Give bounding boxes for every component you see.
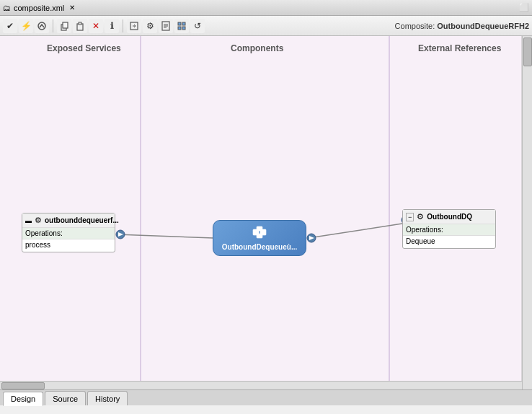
exposed-operations-label: Operations: — [22, 228, 115, 239]
external-operation-item: Dequeue — [403, 236, 495, 248]
component-node[interactable]: OutboundDequeueù... — [213, 220, 306, 256]
svg-rect-13 — [182, 27, 185, 30]
svg-rect-4 — [79, 22, 81, 25]
scroll-thumb[interactable] — [523, 38, 532, 66]
svg-rect-25 — [257, 226, 262, 231]
wsdl-button[interactable] — [159, 19, 173, 33]
tab-history[interactable]: History — [87, 391, 128, 405]
svg-point-0 — [38, 22, 45, 30]
toolbar: ✔ ⚡ ✕ ℹ ⚙ ↺ Composite: OutboundDequeueRF… — [0, 16, 532, 36]
exposed-services-node[interactable]: ▬ ⚙ outbounddequeuerf... Operations: pro… — [22, 213, 115, 252]
sep2 — [123, 19, 123, 32]
bottom-tab-bar: Design Source History — [0, 389, 532, 405]
exposed-node-header: ▬ ⚙ outbounddequeuerf... — [22, 213, 115, 228]
copy-button[interactable] — [57, 19, 71, 33]
title-bar: 🗂 composite.xml ✕ ⬜ — [0, 0, 532, 16]
exposed-node-title: outbounddequeuerf... — [45, 216, 119, 224]
file-icon: 🗂 — [3, 4, 11, 12]
horizontal-scrollbar[interactable] — [0, 381, 522, 389]
info-button[interactable]: ℹ — [105, 19, 119, 33]
external-node-title: OutboundDQ — [427, 213, 472, 221]
config-button[interactable]: ⚙ — [143, 19, 157, 33]
svg-rect-10 — [178, 22, 181, 25]
h-scroll-thumb[interactable] — [1, 382, 45, 389]
svg-rect-12 — [178, 27, 181, 30]
delete-button[interactable]: ✕ — [89, 19, 103, 33]
refresh-button[interactable]: ↺ — [190, 19, 205, 33]
exposed-gear-icon: ⚙ — [35, 216, 42, 225]
tab-source[interactable]: Source — [45, 391, 86, 405]
run-button[interactable]: ⚡ — [19, 19, 33, 33]
external-reference-node[interactable]: − ⚙ OutboundDQ Operations: Dequeue — [402, 209, 496, 249]
import-button[interactable] — [127, 19, 141, 33]
component-icon — [252, 226, 267, 240]
composite-label: Composite: OutboundDequeueRFH2 — [395, 22, 529, 30]
paste-button[interactable] — [73, 19, 87, 33]
close-tab-icon[interactable]: ✕ — [69, 4, 75, 12]
exposed-services-header: Exposed Services — [47, 43, 121, 53]
exposed-collapse-icon[interactable]: ▬ — [25, 217, 32, 224]
validate-button[interactable]: ✔ — [3, 19, 17, 33]
svg-line-17 — [117, 234, 213, 238]
component-node-title: OutboundDequeueù... — [222, 243, 297, 251]
components-header: Components — [231, 43, 283, 53]
title-left: 🗂 composite.xml ✕ — [3, 4, 75, 12]
exposed-operation-item: process — [22, 239, 115, 252]
exposed-node-port — [114, 229, 127, 239]
main-canvas: Exposed Services Components External Ref… — [0, 36, 532, 389]
svg-rect-26 — [257, 234, 262, 238]
external-operations-label: Operations: — [403, 224, 495, 236]
window-title: composite.xml — [14, 4, 64, 12]
component-right-port — [305, 233, 318, 243]
deploy-button[interactable] — [35, 19, 49, 33]
vertical-scrollbar[interactable] — [522, 36, 532, 389]
svg-rect-11 — [182, 22, 185, 25]
external-node-header: − ⚙ OutboundDQ — [403, 210, 495, 224]
external-gear-icon: ⚙ — [417, 212, 424, 221]
svg-rect-2 — [63, 22, 68, 28]
properties-button[interactable] — [174, 19, 189, 33]
external-references-header: External References — [418, 43, 501, 53]
tab-design[interactable]: Design — [3, 392, 43, 406]
external-minus-icon[interactable]: − — [406, 213, 414, 221]
maximize-icon[interactable]: ⬜ — [519, 3, 529, 12]
svg-line-18 — [309, 224, 402, 238]
sep1 — [53, 19, 53, 32]
